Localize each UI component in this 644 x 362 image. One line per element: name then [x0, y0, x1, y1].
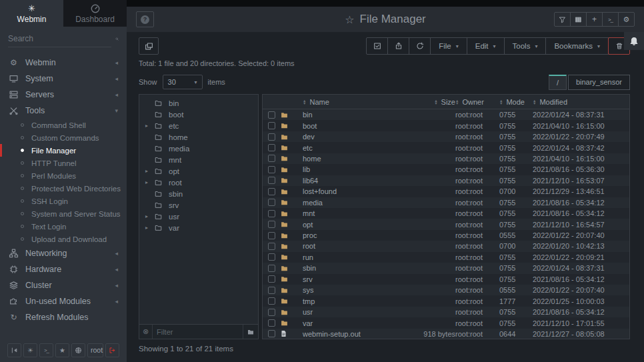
- table-row[interactable]: bootroot:root07552021/04/10 - 16:15:00: [263, 120, 629, 131]
- tab-dashboard[interactable]: Dashboard: [63, 0, 127, 27]
- file-name[interactable]: sbin: [303, 264, 402, 272]
- add-button[interactable]: +: [586, 12, 603, 27]
- file-name[interactable]: mnt: [303, 209, 402, 217]
- table-row[interactable]: mediaroot:root07552021/08/16 - 05:34:12: [263, 197, 629, 208]
- clear-filter-button[interactable]: ⊗: [139, 325, 153, 339]
- table-row[interactable]: binroot:root07552022/01/24 - 08:37:31: [263, 109, 629, 120]
- row-checkbox[interactable]: [268, 166, 275, 173]
- file-name[interactable]: tmp: [303, 297, 402, 305]
- tools-menu-button[interactable]: Tools ▾: [504, 37, 547, 55]
- sidebar-item-webmin[interactable]: ⚙Webmin◂: [0, 55, 127, 71]
- file-name[interactable]: srv: [303, 275, 402, 283]
- sidebar-item-servers[interactable]: Servers◂: [0, 87, 127, 103]
- search-icon[interactable]: [115, 35, 119, 43]
- row-checkbox[interactable]: [268, 319, 275, 327]
- row-checkbox[interactable]: [268, 287, 275, 294]
- file-name[interactable]: boot: [303, 122, 402, 130]
- export-button[interactable]: [387, 37, 409, 55]
- row-checkbox[interactable]: [268, 243, 275, 250]
- logout-button[interactable]: [105, 343, 119, 357]
- row-checkbox[interactable]: [268, 275, 275, 283]
- file-name[interactable]: dev: [303, 133, 402, 141]
- sort-icon[interactable]: ▲▼: [434, 99, 437, 105]
- notifications-button[interactable]: [624, 32, 644, 50]
- file-name[interactable]: root: [303, 242, 402, 250]
- help-button[interactable]: ?: [136, 11, 154, 27]
- sidebar-item-file-manager[interactable]: File Manager: [0, 144, 127, 157]
- sidebar-item-command-shell[interactable]: Command Shell: [0, 119, 127, 131]
- tree-item-bin[interactable]: bin: [139, 97, 258, 109]
- file-name[interactable]: lib: [303, 165, 402, 173]
- sidebar-item-custom-commands[interactable]: Custom Commands: [0, 131, 127, 144]
- collapse-sidebar-button[interactable]: [7, 343, 21, 357]
- tree-item-boot[interactable]: boot: [139, 109, 258, 120]
- tree-item-sbin[interactable]: sbin: [139, 188, 258, 199]
- table-row[interactable]: varroot:root07552021/12/10 - 17:01:55: [263, 317, 629, 328]
- table-row[interactable]: webmin-setup.out918 bytesroot:root064420…: [263, 329, 629, 339]
- search-input[interactable]: [8, 31, 111, 47]
- row-checkbox[interactable]: [268, 122, 275, 129]
- table-row[interactable]: libroot:root07552021/08/16 - 05:36:30: [263, 164, 629, 175]
- language-button[interactable]: [71, 343, 85, 357]
- row-checkbox[interactable]: [268, 188, 275, 195]
- sidebar-item-un-used-modules[interactable]: Un-used Modules◂: [0, 293, 127, 309]
- chevron-right-icon[interactable]: ▸: [145, 168, 154, 174]
- file-menu-button[interactable]: File ▾: [430, 37, 467, 55]
- sort-icon[interactable]: ▲▼: [455, 99, 459, 105]
- chevron-right-icon[interactable]: ▸: [145, 213, 154, 219]
- row-checkbox[interactable]: [268, 144, 275, 151]
- row-checkbox[interactable]: [268, 199, 275, 206]
- table-row[interactable]: etcroot:root07552022/01/24 - 08:37:42: [263, 142, 629, 153]
- bookmarks-menu-button[interactable]: Bookmarks ▾: [545, 37, 609, 55]
- file-name[interactable]: etc: [303, 144, 402, 152]
- breadcrumb-segment[interactable]: binary_sensor: [568, 75, 630, 90]
- sidebar-item-hardware[interactable]: Hardware◂: [0, 261, 127, 277]
- table-row[interactable]: usrroot:root07552021/08/16 - 05:34:12: [263, 307, 629, 317]
- file-name[interactable]: usr: [303, 308, 402, 316]
- file-name[interactable]: home: [303, 155, 402, 163]
- chevron-right-icon[interactable]: ▸: [145, 225, 154, 231]
- table-row[interactable]: srvroot:root07552021/08/16 - 05:34:12: [263, 274, 629, 285]
- select-view-button[interactable]: [139, 37, 159, 55]
- star-outline-icon[interactable]: ☆: [345, 13, 354, 26]
- sidebar-item-text-login[interactable]: Text Login: [0, 220, 127, 233]
- filter-button[interactable]: [554, 12, 571, 27]
- row-checkbox[interactable]: [268, 309, 275, 316]
- table-row[interactable]: homeroot:root07552021/04/10 - 16:15:00: [263, 153, 629, 164]
- table-row[interactable]: sysroot:root05552022/01/22 - 20:07:40: [263, 285, 629, 295]
- row-checkbox[interactable]: [268, 111, 275, 119]
- file-name[interactable]: var: [303, 319, 402, 327]
- settings-button[interactable]: ⚙: [618, 12, 635, 27]
- file-name[interactable]: opt: [303, 221, 402, 229]
- table-row[interactable]: rootroot:root07002022/01/20 - 10:42:13: [263, 241, 629, 251]
- tree-item-home[interactable]: home: [139, 131, 258, 143]
- select-all-button[interactable]: [366, 37, 388, 55]
- shell-button[interactable]: >_: [602, 12, 619, 27]
- row-checkbox[interactable]: [268, 265, 275, 272]
- chevron-right-icon[interactable]: ▸: [145, 179, 154, 185]
- sidebar-item-tools[interactable]: Tools▾: [0, 103, 127, 119]
- row-checkbox[interactable]: [268, 232, 275, 239]
- chevron-right-icon[interactable]: ▸: [145, 123, 154, 129]
- user-button[interactable]: root: [87, 343, 103, 357]
- column-header-modified[interactable]: ▲▼Modified: [533, 98, 629, 106]
- sort-icon[interactable]: ▲▼: [303, 99, 306, 105]
- row-checkbox[interactable]: [268, 155, 275, 162]
- row-checkbox[interactable]: [268, 253, 275, 261]
- tree-filter-input[interactable]: [153, 328, 243, 336]
- file-name[interactable]: proc: [303, 231, 402, 239]
- row-checkbox[interactable]: [268, 297, 275, 305]
- tree-item-etc[interactable]: ▸etc: [139, 120, 258, 131]
- table-row[interactable]: mntroot:root07552021/08/16 - 05:34:12: [263, 208, 629, 219]
- tree-item-usr[interactable]: ▸usr: [139, 211, 258, 222]
- tree-folder-button[interactable]: [243, 325, 258, 339]
- row-checkbox[interactable]: [268, 330, 275, 337]
- tab-webmin[interactable]: ✳ Webmin: [0, 0, 63, 27]
- table-row[interactable]: tmproot:root17772022/01/25 - 10:00:03: [263, 295, 629, 306]
- tree-item-opt[interactable]: ▸opt: [139, 165, 258, 177]
- sidebar-item-refresh-modules[interactable]: ↻Refresh Modules: [0, 309, 127, 325]
- row-checkbox[interactable]: [268, 221, 275, 228]
- file-name[interactable]: lib64: [303, 177, 402, 185]
- file-name[interactable]: bin: [303, 111, 402, 119]
- column-header-mode[interactable]: ▲▼Mode: [499, 98, 533, 106]
